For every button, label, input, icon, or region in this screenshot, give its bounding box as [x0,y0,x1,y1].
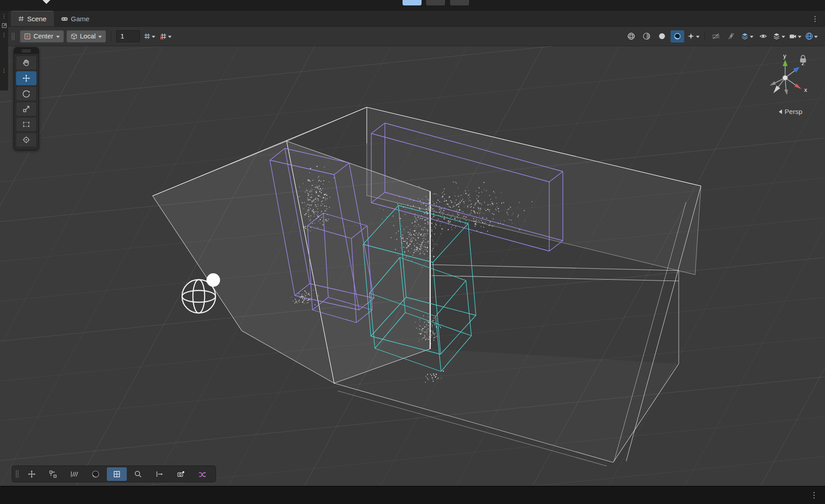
axis-x-cone[interactable] [795,84,801,89]
eye-icon [759,32,767,40]
scene-canvas[interactable]: y z x [0,46,825,486]
camera-icon [789,32,797,40]
rect-tool-button[interactable] [16,117,37,132]
anchor-icon [49,470,57,478]
axis-neg-cone[interactable] [770,81,776,86]
move-icon [22,74,30,82]
layers-blue-icon [741,32,749,40]
shuffle-overlay-button[interactable] [192,467,212,481]
tab-game[interactable]: Game [54,11,97,26]
handle-orientation-dropdown[interactable]: Local [67,30,106,43]
tab-more-menu-icon[interactable]: ⋮ [811,14,819,23]
more-vertical-icon[interactable]: ⋮ [1,68,7,73]
grid-snap-toggle[interactable] [143,30,156,43]
more-vertical-icon[interactable]: ⋮ [1,32,7,38]
tab-label: Game [71,15,90,23]
main-toolbar-clipped [0,0,825,11]
pivot-icon [24,33,31,40]
scene-camera-muted-button[interactable] [709,30,723,43]
scene-lighting-button[interactable] [655,30,669,43]
layers-icon [772,32,781,40]
scene-visibility-toggle[interactable] [756,30,770,43]
play-button-fragment[interactable] [403,0,422,5]
grid-size-input[interactable] [116,30,140,42]
pivot-mode-dropdown[interactable]: Center [20,30,64,43]
snap-move-icon [155,470,163,478]
more-vertical-icon[interactable]: ⋮ [1,14,7,19]
scene-globe-icon [805,32,813,40]
snap-move-overlay-button[interactable] [149,467,169,481]
particles-dropdown[interactable] [686,30,700,43]
tab-scene[interactable]: Scene [11,11,54,26]
sphere-overlay-button[interactable] [86,467,106,481]
pivot-mode-label: Center [34,33,53,40]
tool-palette [14,47,39,150]
hand-icon [22,59,30,67]
projection-toggle[interactable]: Persp [777,108,802,115]
move-overlay-button[interactable] [22,467,42,481]
shaded-sphere-icon [643,32,651,40]
axis-y-cone[interactable] [783,60,788,66]
scene-viewport[interactable]: y z x [0,46,825,486]
status-bar: ⋮ [0,486,825,504]
unity-cursor-fragment [42,0,50,4]
axis-z-cone[interactable] [793,67,800,72]
axis-neg-cone[interactable] [784,90,788,95]
chevron-down-icon [750,36,753,38]
grid-icon [18,16,24,22]
camera-record-overlay-button[interactable] [171,467,191,481]
chevron-down-icon [168,36,172,38]
rect-icon [22,120,30,128]
zoom-overlay-button[interactable] [128,467,148,481]
overlay-toolbar [12,466,216,482]
camera-muted-icon [712,32,720,40]
room-wireframe [153,107,701,466]
tab-label: Scene [27,15,47,23]
scene-camera-settings-dropdown[interactable] [788,30,802,43]
scene-toolbar-right [624,30,819,43]
light-probe-gizmo[interactable] [182,273,220,313]
separator [111,31,111,41]
layers-dropdown[interactable] [772,30,786,43]
projection-label: Persp [785,108,802,115]
wireframe-sphere-icon [627,32,635,40]
axis-neg-cone[interactable] [773,86,780,93]
shuffle-icon [198,470,206,478]
anchor-overlay-button[interactable] [43,467,63,481]
scene-view-options-dropdown[interactable] [804,30,819,43]
lock-icon[interactable] [800,56,806,63]
scale-tool-button[interactable] [16,102,37,116]
gizmo-center[interactable] [783,76,788,81]
axis-x-label: x [804,86,807,93]
gamepad-icon [61,16,68,21]
scene-effects-toggle[interactable] [671,30,684,43]
separator [705,31,705,41]
move-icon [28,470,36,478]
toolbar-drag-handle[interactable] [16,470,19,478]
measure-overlay-button[interactable] [64,467,84,481]
chevron-down-icon [782,36,785,38]
status-more-menu-icon[interactable]: ⋮ [810,490,818,500]
left-dock-rail: ⋮ ⋮ ⋮ [0,11,8,90]
scene-visibility-layers-dropdown[interactable] [740,30,754,43]
palette-drag-handle[interactable] [14,48,38,54]
transform-tool-button[interactable] [16,133,37,147]
rotate-icon [22,90,30,98]
view-hand-tool-button[interactable] [16,56,37,70]
draw-mode-shaded-button[interactable] [640,30,653,43]
step-button-fragment[interactable] [450,0,469,5]
pause-button-fragment[interactable] [426,0,445,5]
pop-out-icon[interactable] [2,23,7,28]
scene-lighting-muted-button[interactable] [724,30,738,43]
draw-mode-wireframe-button[interactable] [624,30,638,43]
move-tool-button[interactable] [16,71,37,86]
camera-record-icon [177,470,185,478]
particles-icon [687,32,695,40]
grid-snap-increment-toggle[interactable] [159,30,173,43]
grid-box-overlay-button[interactable] [107,467,127,481]
toolbar-drag-handle[interactable] [12,33,14,40]
sphere-icon [91,470,100,478]
chevron-down-icon [696,36,700,38]
rotate-tool-button[interactable] [16,86,37,101]
cube-icon [71,33,77,40]
